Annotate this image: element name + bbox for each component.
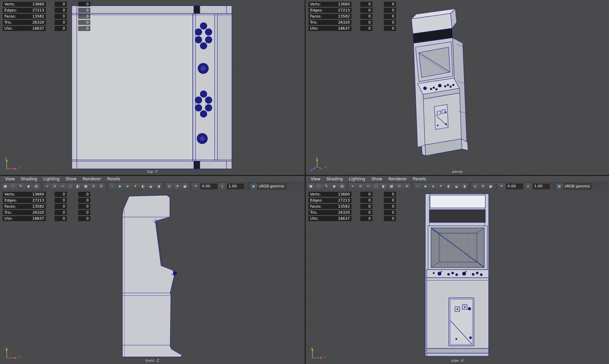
hud-selected-value: 0: [55, 192, 67, 197]
xray-icon[interactable]: ◔: [174, 183, 181, 189]
joint-xray-icon[interactable]: ◕: [181, 183, 188, 189]
menu-show[interactable]: Show: [63, 176, 80, 182]
select-camera-icon[interactable]: ▣: [2, 183, 9, 189]
field-chart-icon[interactable]: ▦: [82, 183, 89, 189]
hud-total-value: 13660: [331, 2, 352, 7]
hud-stat-label: Tris:: [308, 210, 331, 215]
hud-extra-value: 0: [384, 14, 396, 19]
hud-extra-value: 0: [384, 198, 396, 203]
hud-selected-value: 0: [360, 8, 372, 13]
safe-title-icon[interactable]: ⊟: [98, 183, 105, 189]
view-transform-control[interactable]: ◉ sRGB gamma: [249, 183, 286, 189]
image-plane-icon[interactable]: ▤: [33, 183, 40, 189]
hud-stat-label: Tris:: [308, 20, 331, 25]
gate-mask-icon[interactable]: ◧: [74, 183, 82, 189]
hud-stat-label: Tris:: [3, 210, 25, 215]
lock-camera-icon[interactable]: ▢: [9, 183, 17, 189]
gamma-input[interactable]: [533, 184, 550, 189]
shaded-icon[interactable]: ◆: [422, 183, 429, 189]
hud-row: Tris:2632000: [308, 20, 396, 25]
exposure-icon[interactable]: ✳: [498, 183, 505, 189]
bookmark-icon[interactable]: ◆: [25, 183, 32, 189]
joint-xray-icon[interactable]: ◕: [487, 183, 494, 189]
shadows-icon[interactable]: ◐: [445, 183, 452, 189]
film-gate-icon[interactable]: ▭: [365, 183, 372, 189]
menu-show[interactable]: Show: [368, 176, 385, 182]
poly-count-hud: Verts:1366000Edges:2721300Faces:1358200T…: [3, 2, 90, 31]
isolate-select-icon[interactable]: ◎: [166, 183, 173, 189]
bookmark-icon[interactable]: ◆: [331, 183, 338, 189]
shadows-icon[interactable]: ◐: [140, 183, 147, 189]
motion-blur-icon[interactable]: ◑: [461, 183, 468, 189]
menu-renderer[interactable]: Renderer: [385, 176, 410, 182]
exposure-input[interactable]: [201, 184, 217, 189]
pan-zoom-icon[interactable]: +: [349, 183, 356, 189]
hud-stat-label: Faces:: [308, 14, 331, 19]
xray-icon[interactable]: ◔: [479, 183, 486, 189]
hud-selected-value: 0: [55, 210, 67, 215]
camera-attributes-icon[interactable]: ✎: [17, 183, 24, 189]
hud-extra-value: 0: [78, 192, 90, 197]
gamma-input[interactable]: [227, 184, 244, 189]
shaded-icon[interactable]: ◆: [116, 183, 123, 189]
grid-icon[interactable]: ⊞: [51, 183, 58, 189]
menu-shading[interactable]: Shading: [323, 176, 346, 182]
arcade-cabinet-front-view[interactable]: [425, 194, 489, 356]
hud-selected-value: 0: [360, 198, 372, 203]
panel-toolbar: ▣▢✎◆▤+⊞▭□◧▦⊡⊟◇◆◈☀◐◒◑◎◔◕ ✳ γ ◉ sRGB gamma: [0, 182, 305, 190]
toolbar-separator: [40, 184, 42, 189]
arcade-cabinet-top-view[interactable]: [72, 6, 232, 169]
ambient-occlusion-icon[interactable]: ◒: [147, 183, 154, 189]
safe-action-icon[interactable]: ⊡: [396, 183, 403, 189]
safe-action-icon[interactable]: ⊡: [90, 183, 97, 189]
field-chart-icon[interactable]: ▦: [388, 183, 395, 189]
gamma-icon[interactable]: γ: [219, 183, 226, 189]
axis-x-label: x: [325, 166, 327, 169]
toolbar-separator: [411, 184, 413, 189]
menu-lighting[interactable]: Lighting: [346, 176, 368, 182]
image-plane-icon[interactable]: ▤: [338, 183, 345, 189]
view-transform-control[interactable]: ◉ sRGB gamma: [554, 183, 592, 189]
exposure-icon[interactable]: ✳: [192, 183, 199, 189]
camera-attributes-icon[interactable]: ✎: [323, 183, 330, 189]
menu-view[interactable]: View: [2, 176, 18, 182]
ambient-occlusion-icon[interactable]: ◒: [453, 183, 460, 189]
hud-total-value: 18637: [331, 26, 352, 31]
hud-total-value: 27213: [25, 8, 46, 13]
gamma-icon[interactable]: γ: [524, 183, 531, 189]
gate-mask-icon[interactable]: ◧: [380, 183, 387, 189]
resolution-gate-icon[interactable]: □: [372, 183, 379, 189]
hud-stat-label: Faces:: [3, 14, 25, 19]
lock-camera-icon[interactable]: ▢: [315, 183, 322, 189]
wireframe-icon[interactable]: ◇: [414, 183, 421, 189]
safe-title-icon[interactable]: ⊟: [403, 183, 410, 189]
menu-view[interactable]: View: [308, 176, 323, 182]
exposure-input[interactable]: [506, 184, 523, 189]
hud-stat-label: Verts:: [3, 2, 25, 7]
select-camera-icon[interactable]: ▣: [307, 183, 314, 189]
textured-icon[interactable]: ◈: [430, 183, 437, 189]
wireframe-icon[interactable]: ◇: [109, 183, 116, 189]
viewport-label: top -Y: [0, 170, 305, 174]
pan-zoom-icon[interactable]: +: [43, 183, 51, 189]
hud-total-value: 27213: [331, 8, 352, 13]
motion-blur-icon[interactable]: ◑: [155, 183, 162, 189]
hud-selected-value: 0: [360, 20, 372, 25]
all-lights-icon[interactable]: ☀: [132, 183, 139, 189]
menu-shading[interactable]: Shading: [18, 176, 40, 182]
toolbar-separator: [105, 184, 107, 189]
resolution-gate-icon[interactable]: □: [67, 183, 74, 189]
hud-selected-value: 0: [360, 14, 372, 19]
isolate-select-icon[interactable]: ◎: [471, 183, 479, 189]
film-gate-icon[interactable]: ▭: [59, 183, 66, 189]
textured-icon[interactable]: ◈: [124, 183, 131, 189]
menu-panels[interactable]: Panels: [104, 176, 123, 182]
menu-lighting[interactable]: Lighting: [40, 176, 63, 182]
menu-renderer[interactable]: Renderer: [80, 176, 104, 182]
menu-panels[interactable]: Panels: [410, 176, 429, 182]
hud-total-value: 13582: [25, 14, 46, 19]
hud-extra-value: 0: [78, 2, 90, 7]
hud-extra-value: 0: [384, 8, 396, 13]
all-lights-icon[interactable]: ☀: [437, 183, 445, 189]
grid-icon[interactable]: ⊞: [357, 183, 364, 189]
